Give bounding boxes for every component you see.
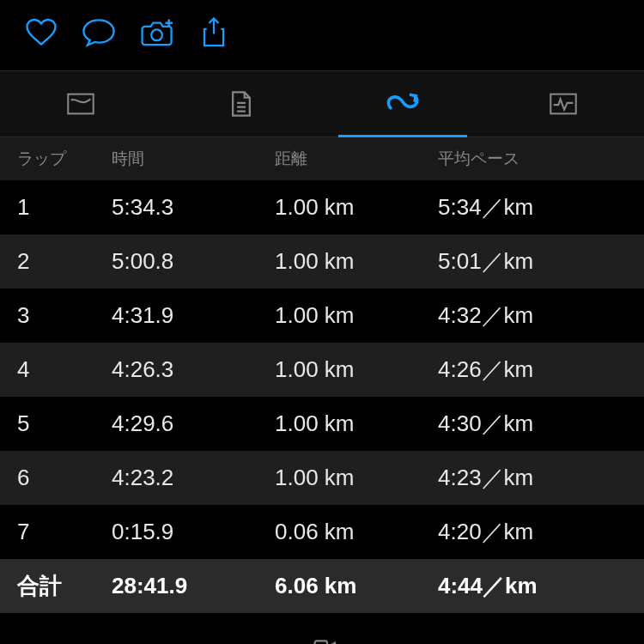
summary-label: 合計 bbox=[0, 571, 112, 601]
cell-time: 5:00.8 bbox=[112, 248, 275, 275]
action-toolbar bbox=[0, 0, 644, 71]
summary-time: 28:41.9 bbox=[112, 573, 275, 599]
table-row: 34:31.91.00 km4:32／km bbox=[0, 289, 644, 343]
tab-bar bbox=[0, 71, 644, 137]
cell-distance: 1.00 km bbox=[275, 465, 438, 491]
table-body: 15:34.31.00 km5:34／km25:00.81.00 km5:01／… bbox=[0, 180, 644, 559]
cell-distance: 1.00 km bbox=[275, 194, 438, 221]
cell-pace: 5:34／km bbox=[438, 192, 644, 222]
cell-time: 4:29.6 bbox=[112, 410, 275, 437]
svg-point-0 bbox=[151, 29, 162, 40]
cell-time: 4:31.9 bbox=[112, 302, 275, 329]
table-row: 70:15.90.06 km4:20／km bbox=[0, 505, 644, 559]
cell-time: 4:26.3 bbox=[112, 356, 275, 383]
cell-pace: 4:23／km bbox=[438, 463, 644, 493]
table-row: 64:23.21.00 km4:23／km bbox=[0, 451, 644, 505]
route-tab[interactable] bbox=[0, 71, 161, 137]
notes-tab[interactable] bbox=[161, 71, 323, 137]
table-row: 15:34.31.00 km5:34／km bbox=[0, 180, 644, 234]
cell-lap: 7 bbox=[0, 519, 112, 545]
cell-pace: 4:20／km bbox=[438, 517, 644, 547]
comment-icon[interactable] bbox=[82, 18, 115, 47]
cell-lap: 5 bbox=[0, 410, 112, 437]
table-header: ラップ 時間 距離 平均ペース bbox=[0, 137, 644, 180]
heart-tab[interactable] bbox=[483, 71, 645, 137]
table-row: 44:26.31.00 km4:26／km bbox=[0, 343, 644, 397]
summary-row: 合計 28:41.9 6.06 km 4:44／km bbox=[0, 559, 644, 613]
cell-distance: 1.00 km bbox=[275, 356, 438, 383]
heart-icon[interactable] bbox=[26, 18, 57, 47]
cell-pace: 4:26／km bbox=[438, 355, 644, 385]
header-time: 時間 bbox=[112, 148, 275, 170]
header-distance: 距離 bbox=[275, 148, 438, 170]
rotate-device-icon[interactable] bbox=[301, 637, 343, 644]
cell-pace: 5:01／km bbox=[438, 246, 644, 276]
cell-distance: 1.00 km bbox=[275, 410, 438, 437]
cell-time: 5:34.3 bbox=[112, 194, 275, 221]
header-lap: ラップ bbox=[0, 148, 112, 170]
svg-rect-3 bbox=[315, 641, 327, 644]
cell-time: 4:23.2 bbox=[112, 465, 275, 491]
svg-rect-1 bbox=[68, 94, 93, 114]
summary-distance: 6.06 km bbox=[275, 573, 438, 599]
cell-lap: 2 bbox=[0, 248, 112, 275]
table-row: 54:29.61.00 km4:30／km bbox=[0, 397, 644, 451]
laps-tab[interactable] bbox=[322, 71, 483, 137]
cell-lap: 4 bbox=[0, 356, 112, 383]
cell-lap: 6 bbox=[0, 465, 112, 491]
camera-plus-icon[interactable] bbox=[141, 18, 175, 47]
cell-distance: 0.06 km bbox=[275, 519, 438, 545]
cell-time: 0:15.9 bbox=[112, 519, 275, 545]
cell-pace: 4:30／km bbox=[438, 409, 644, 439]
header-pace: 平均ペース bbox=[438, 148, 644, 170]
laps-table: ラップ 時間 距離 平均ペース 15:34.31.00 km5:34／km25:… bbox=[0, 137, 644, 613]
table-row: 25:00.81.00 km5:01／km bbox=[0, 234, 644, 289]
cell-lap: 3 bbox=[0, 302, 112, 329]
cell-distance: 1.00 km bbox=[275, 248, 438, 275]
svg-rect-2 bbox=[551, 94, 576, 114]
cell-pace: 4:32／km bbox=[438, 301, 644, 331]
footer bbox=[0, 613, 644, 644]
cell-lap: 1 bbox=[0, 194, 112, 221]
share-icon[interactable] bbox=[201, 17, 227, 48]
summary-pace: 4:44／km bbox=[438, 571, 644, 601]
cell-distance: 1.00 km bbox=[275, 302, 438, 329]
